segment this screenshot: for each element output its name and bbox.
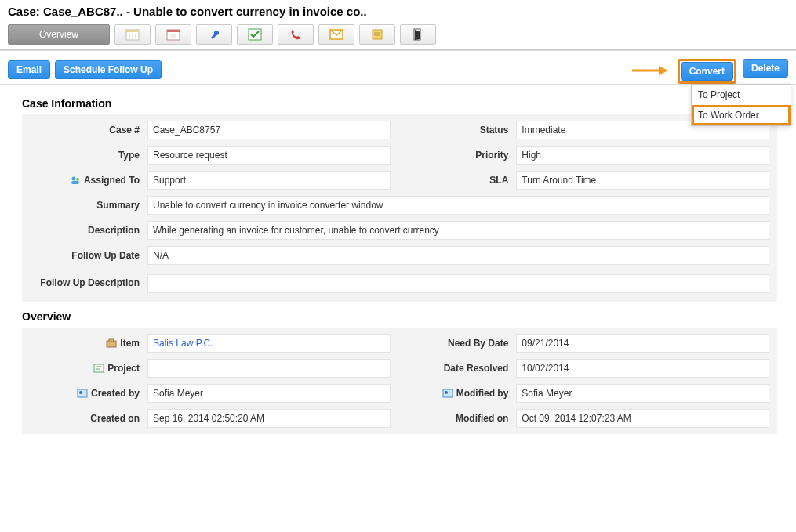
svg-marker-16 bbox=[659, 66, 668, 75]
dropdown-to-project[interactable]: To Project bbox=[692, 85, 791, 105]
task-check-icon[interactable] bbox=[237, 24, 273, 45]
label-description: Description bbox=[30, 225, 147, 236]
value-summary: Unable to convert currency in invoice co… bbox=[147, 196, 769, 215]
email-button[interactable]: Email bbox=[8, 60, 50, 79]
annotation-arrow-icon bbox=[631, 63, 668, 78]
value-modified-on: Oct 09, 2014 12:07:23 AM bbox=[516, 409, 769, 428]
label-summary: Summary bbox=[30, 200, 147, 211]
label-type: Type bbox=[30, 150, 147, 161]
section-overview: Overview bbox=[22, 310, 777, 323]
label-date-resolved: Date Resolved bbox=[414, 363, 516, 374]
svg-rect-21 bbox=[109, 339, 114, 342]
email-icon[interactable] bbox=[318, 24, 354, 45]
svg-rect-11 bbox=[373, 30, 382, 39]
case-icon bbox=[106, 338, 117, 348]
value-priority: High bbox=[516, 146, 769, 165]
convert-button[interactable]: Convert bbox=[681, 62, 733, 81]
label-created-on: Created on bbox=[30, 413, 147, 424]
user-card-icon bbox=[77, 389, 88, 398]
value-created-on: Sep 16, 2014 02:50:20 AM bbox=[147, 409, 391, 428]
label-project: Project bbox=[30, 363, 147, 374]
svg-rect-1 bbox=[126, 30, 139, 32]
label-sla: SLA bbox=[414, 175, 516, 186]
case-information-panel: Case # Case_ABC8757 Status Immediate Typ… bbox=[22, 114, 777, 302]
delete-button[interactable]: Delete bbox=[743, 59, 788, 78]
action-bar: Email Schedule Follow Up Convert To Proj… bbox=[0, 56, 796, 85]
label-modified-on: Modified on bbox=[414, 413, 516, 424]
overview-panel: Item Salis Law P.C. Need By Date 09/21/2… bbox=[22, 328, 777, 434]
svg-rect-6 bbox=[167, 30, 180, 32]
value-item[interactable]: Salis Law P.C. bbox=[147, 334, 391, 353]
toolbar-divider bbox=[0, 49, 796, 51]
label-follow-up-description: Follow Up Description bbox=[30, 271, 147, 296]
value-assigned-to: Support bbox=[147, 171, 391, 190]
svg-point-8 bbox=[214, 31, 219, 35]
label-modified-by: Modified by bbox=[414, 388, 516, 399]
tab-overview[interactable]: Overview bbox=[8, 24, 110, 45]
label-priority: Priority bbox=[414, 150, 516, 161]
exit-door-icon[interactable] bbox=[400, 24, 436, 45]
svg-rect-25 bbox=[78, 389, 87, 397]
item-link[interactable]: Salis Law P.C. bbox=[153, 338, 213, 349]
value-need-by-date: 09/21/2014 bbox=[516, 334, 769, 353]
value-project bbox=[147, 359, 391, 378]
value-follow-up-description bbox=[147, 274, 769, 293]
note-icon[interactable] bbox=[359, 24, 395, 45]
people-icon bbox=[70, 176, 81, 185]
svg-rect-22 bbox=[94, 364, 104, 372]
convert-dropdown: To Project To Work Order bbox=[691, 84, 791, 126]
svg-rect-19 bbox=[71, 181, 79, 184]
svg-point-28 bbox=[445, 391, 448, 394]
value-follow-up-date: N/A bbox=[147, 246, 769, 265]
schedule-follow-up-button[interactable]: Schedule Follow Up bbox=[55, 60, 162, 79]
label-status: Status bbox=[414, 125, 516, 136]
project-icon bbox=[93, 364, 104, 373]
label-need-by-date: Need By Date bbox=[414, 338, 516, 349]
label-item: Item bbox=[30, 338, 147, 349]
calendar-month-icon[interactable] bbox=[114, 24, 151, 45]
user-card-icon bbox=[442, 389, 453, 398]
label-assigned-to: Assigned To bbox=[30, 175, 147, 186]
label-created-by: Created by bbox=[30, 388, 147, 399]
value-description: While generating an invoice for customer… bbox=[147, 221, 769, 240]
value-created-by: Sofia Meyer bbox=[147, 384, 391, 403]
value-sla: Turn Around Time bbox=[516, 171, 769, 190]
svg-point-18 bbox=[76, 178, 79, 181]
page-title: Case: Case_ABC87.. - Unable to convert c… bbox=[0, 0, 796, 21]
dropdown-to-work-order[interactable]: To Work Order bbox=[692, 105, 791, 125]
value-type: Resource request bbox=[147, 146, 391, 165]
label-case-no: Case # bbox=[30, 125, 147, 136]
svg-rect-7 bbox=[170, 34, 176, 38]
icon-toolbar: Overview bbox=[0, 21, 796, 49]
svg-point-17 bbox=[71, 177, 75, 181]
section-case-information: Case Information bbox=[22, 97, 777, 110]
convert-highlight: Convert bbox=[678, 59, 736, 84]
svg-rect-27 bbox=[443, 389, 453, 397]
pin-icon[interactable] bbox=[196, 24, 232, 45]
value-modified-by: Sofia Meyer bbox=[516, 384, 769, 403]
value-case-no: Case_ABC8757 bbox=[147, 121, 391, 139]
svg-point-26 bbox=[79, 391, 82, 394]
calendar-day-icon[interactable] bbox=[155, 24, 191, 45]
phone-icon[interactable] bbox=[278, 24, 314, 45]
value-date-resolved: 10/02/2014 bbox=[516, 359, 769, 378]
label-follow-up-date: Follow Up Date bbox=[30, 250, 147, 261]
